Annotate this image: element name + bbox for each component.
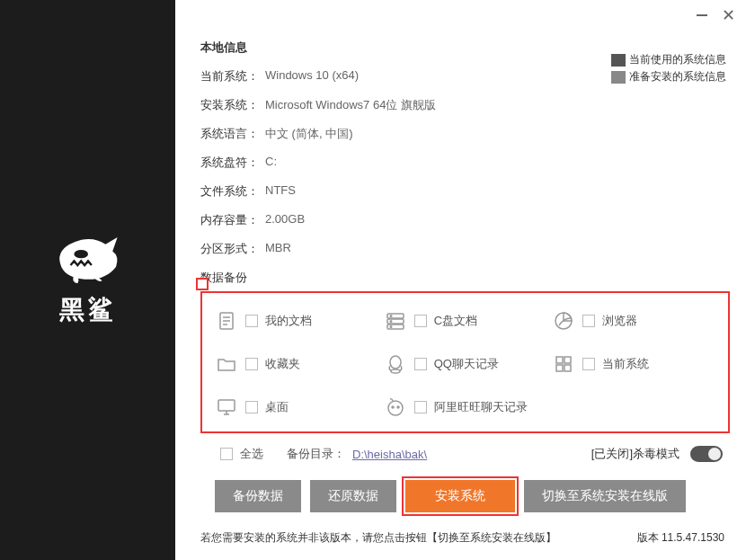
aliww-label: 阿里旺旺聊天记录 xyxy=(434,399,528,415)
install-button[interactable]: 安装系统 xyxy=(405,480,515,512)
drive-icon xyxy=(384,309,407,333)
aliwangwang-icon xyxy=(384,396,407,419)
minimize-button[interactable] xyxy=(697,14,707,16)
antivirus-label: [已关闭]杀毒模式 xyxy=(591,446,679,462)
backup-item-aliww: 阿里旺旺聊天记录 xyxy=(384,396,547,419)
backup-panel: 我的文档 C盘文档 浏览器 xyxy=(200,291,730,433)
drive-label: 系统盘符： xyxy=(200,155,265,171)
brand-text: 黑鲨 xyxy=(59,293,117,327)
document-icon xyxy=(215,309,238,333)
backup-item-cdocs: C盘文档 xyxy=(384,309,547,333)
legend: 当前使用的系统信息 准备安装的系统信息 xyxy=(611,52,726,86)
backup-section-title: 数据备份 xyxy=(200,270,730,286)
antivirus-toggle[interactable] xyxy=(690,446,723,462)
mem-value: 2.00GB xyxy=(265,212,305,228)
svg-point-21 xyxy=(388,401,403,415)
install-os-value: Microsoft Windows7 64位 旗舰版 xyxy=(265,97,436,113)
checkbox-qq[interactable] xyxy=(414,358,427,370)
info-row-install-os: 安装系统： Microsoft Windows7 64位 旗舰版 xyxy=(200,97,730,113)
backup-item-cursys: 当前系统 xyxy=(552,352,715,376)
checkbox-aliww[interactable] xyxy=(414,401,427,413)
legend-target: 准备安装的系统信息 xyxy=(611,69,726,84)
app-window: 黑鲨 ✕ 本地信息 当前使用的系统信息 准备安装的系统信息 当前系统： Wind… xyxy=(0,0,746,560)
favorites-label: 收藏夹 xyxy=(265,356,300,372)
part-value: MBR xyxy=(265,241,291,257)
close-button[interactable]: ✕ xyxy=(722,9,735,22)
svg-rect-15 xyxy=(564,357,571,363)
main-panel: ✕ 本地信息 当前使用的系统信息 准备安装的系统信息 当前系统： Windows… xyxy=(175,0,746,560)
svg-point-22 xyxy=(392,406,394,408)
checkbox-favorites[interactable] xyxy=(245,358,258,370)
info-row-drive: 系统盘符： C: xyxy=(200,155,730,171)
svg-rect-14 xyxy=(556,357,563,363)
footer-note: 若您需要安装的系统并非该版本，请您点击按钮【切换至系统安装在线版】 xyxy=(200,530,556,546)
folder-icon xyxy=(215,352,238,376)
qq-icon xyxy=(384,352,407,376)
info-row-lang: 系统语言： 中文 (简体, 中国) xyxy=(200,126,730,142)
checkbox-select-all[interactable] xyxy=(220,448,233,460)
fs-value: NTFS xyxy=(265,183,296,200)
browser-icon xyxy=(552,309,575,333)
cdocs-label: C盘文档 xyxy=(434,313,477,329)
mydocs-label: 我的文档 xyxy=(265,313,312,329)
window-controls: ✕ xyxy=(697,9,735,22)
desktop-label: 桌面 xyxy=(265,399,289,415)
checkbox-cdocs[interactable] xyxy=(414,315,427,327)
action-buttons: 备份数据 还原数据 安装系统 切换至系统安装在线版 xyxy=(215,480,730,512)
checkbox-browser[interactable] xyxy=(582,315,595,327)
part-label: 分区形式： xyxy=(200,241,265,257)
logo: 黑鲨 xyxy=(0,225,175,327)
info-row-fs: 文件系统： NTFS xyxy=(200,183,730,200)
install-os-label: 安装系统： xyxy=(200,97,265,113)
restore-button[interactable]: 还原数据 xyxy=(310,480,396,512)
checkbox-cursys[interactable] xyxy=(582,358,595,370)
svg-rect-16 xyxy=(556,365,563,371)
version-label: 版本 11.5.47.1530 xyxy=(637,530,724,546)
backup-button[interactable]: 备份数据 xyxy=(215,480,301,512)
svg-point-12 xyxy=(390,356,401,369)
cursys-label: 当前系统 xyxy=(602,356,649,372)
lang-value: 中文 (简体, 中国) xyxy=(265,126,353,142)
svg-rect-18 xyxy=(218,400,235,411)
current-os-value: Windows 10 (x64) xyxy=(265,68,359,84)
backup-item-qq: QQ聊天记录 xyxy=(384,352,547,376)
select-all-label: 全选 xyxy=(240,446,263,462)
backup-item-desktop: 桌面 xyxy=(215,396,378,419)
browser-label: 浏览器 xyxy=(602,313,637,329)
svg-point-10 xyxy=(390,326,392,328)
checkbox-desktop[interactable] xyxy=(245,401,258,413)
backup-item-favorites: 收藏夹 xyxy=(215,352,378,376)
switch-online-button[interactable]: 切换至系统安装在线版 xyxy=(524,480,686,512)
legend-swatch-target xyxy=(611,71,626,84)
svg-point-0 xyxy=(74,250,88,258)
mem-label: 内存容量： xyxy=(200,212,265,228)
shark-icon xyxy=(52,225,124,288)
system-info: 当前系统： Windows 10 (x64) 安装系统： Microsoft W… xyxy=(200,68,730,257)
svg-point-23 xyxy=(397,406,399,408)
fs-label: 文件系统： xyxy=(200,183,265,200)
lang-label: 系统语言： xyxy=(200,126,265,142)
backup-dir-link[interactable]: D:\heisha\bak\ xyxy=(352,448,427,461)
info-row-part: 分区形式： MBR xyxy=(200,241,730,257)
backup-grid: 我的文档 C盘文档 浏览器 xyxy=(215,309,715,419)
monitor-icon xyxy=(215,396,238,419)
info-row-mem: 内存容量： 2.00GB xyxy=(200,212,730,228)
legend-current-label: 当前使用的系统信息 xyxy=(629,52,726,67)
qq-label: QQ聊天记录 xyxy=(434,356,499,372)
legend-current: 当前使用的系统信息 xyxy=(611,52,726,67)
current-os-label: 当前系统： xyxy=(200,68,265,84)
footer: 若您需要安装的系统并非该版本，请您点击按钮【切换至系统安装在线版】 版本 11.… xyxy=(200,530,730,546)
checkbox-mydocs[interactable] xyxy=(245,315,258,327)
backup-item-browser: 浏览器 xyxy=(552,309,715,333)
backup-options-row: 全选 备份目录： D:\heisha\bak\ [已关闭]杀毒模式 xyxy=(200,446,730,462)
svg-rect-17 xyxy=(564,365,571,371)
windows-icon xyxy=(552,352,575,376)
legend-target-label: 准备安装的系统信息 xyxy=(629,69,726,84)
svg-point-9 xyxy=(390,321,392,323)
svg-point-13 xyxy=(391,369,400,373)
drive-value: C: xyxy=(265,155,277,171)
backup-dir-label: 备份目录： xyxy=(287,446,345,462)
backup-item-mydocs: 我的文档 xyxy=(215,309,378,333)
sidebar: 黑鲨 xyxy=(0,0,175,560)
legend-swatch-current xyxy=(611,54,626,67)
